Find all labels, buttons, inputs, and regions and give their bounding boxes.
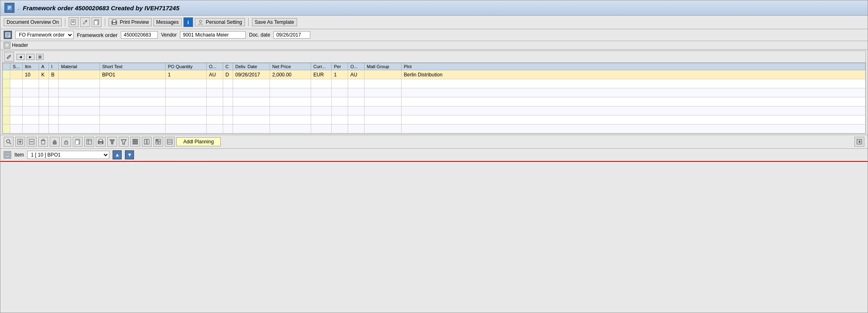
row-itm[interactable] [22,79,39,88]
row-a[interactable] [39,115,48,124]
vendor-field[interactable] [180,31,246,39]
row-short-text[interactable] [99,79,165,88]
row-curr[interactable]: EUR [311,70,331,79]
row-i[interactable] [48,88,58,97]
messages-button[interactable]: Messages [153,18,182,26]
row-material[interactable] [58,106,99,115]
unlock-button[interactable] [61,137,71,147]
row-a[interactable] [39,106,48,115]
table-row[interactable] [3,79,866,88]
table-edit-icon-button[interactable] [4,52,14,62]
row-o[interactable] [206,106,223,115]
row-net-price[interactable] [270,97,311,106]
row-material[interactable] [58,124,99,133]
row-c[interactable] [223,88,233,97]
row-s[interactable] [10,79,23,88]
row-o2[interactable]: AU [348,70,364,79]
row-net-price[interactable] [270,124,311,133]
row-indicator[interactable] [3,79,10,88]
row-short-text[interactable] [99,115,165,124]
list-button[interactable] [165,137,175,147]
filter-set-button[interactable] [107,137,117,147]
table-row[interactable] [3,106,866,115]
copy-button[interactable] [92,17,102,27]
row-s[interactable] [10,70,23,79]
row-net-price[interactable] [270,88,311,97]
row-material[interactable] [58,88,99,97]
row-o[interactable] [206,124,223,133]
search-button[interactable] [4,137,14,147]
new-doc-button[interactable] [69,17,78,27]
row-c[interactable] [223,115,233,124]
row-per[interactable] [331,106,348,115]
row-po-qty[interactable] [165,97,206,106]
row-indicator[interactable] [3,124,10,133]
row-c[interactable] [223,79,233,88]
scroll-right-button[interactable]: ► [26,54,35,60]
row-per[interactable] [331,88,348,97]
order-number-field[interactable] [121,31,158,39]
row-deliv-date[interactable] [233,97,270,106]
row-po-qty[interactable] [165,124,206,133]
row-i[interactable]: B [48,70,58,79]
row-per[interactable] [331,79,348,88]
row-i[interactable] [48,124,58,133]
row-itm[interactable] [22,124,39,133]
copy-rows-button[interactable] [73,137,83,147]
table-row[interactable] [3,115,866,124]
trash-button[interactable] [38,137,48,147]
row-curr[interactable] [311,124,331,133]
row-net-price[interactable] [270,79,311,88]
row-deliv-date[interactable] [233,79,270,88]
row-deliv-date[interactable] [233,124,270,133]
table-settings-button[interactable] [84,137,94,147]
row-short-text[interactable] [99,88,165,97]
row-indicator[interactable] [3,88,10,97]
row-plnt[interactable] [401,106,865,115]
row-i[interactable] [48,115,58,124]
save-as-template-button[interactable]: Save As Template [252,18,297,26]
row-o2[interactable] [348,106,364,115]
table-row[interactable] [3,124,866,133]
row-indicator[interactable] [3,115,10,124]
row-plnt[interactable] [401,79,865,88]
row-matl-group[interactable] [364,106,401,115]
header-section-toggle[interactable]: Header [0,41,868,50]
row-material[interactable] [58,97,99,106]
row-itm[interactable] [22,88,39,97]
row-deliv-date[interactable] [233,115,270,124]
item-nav-down-button[interactable]: ▼ [125,150,134,159]
row-plnt[interactable] [401,97,865,106]
row-s[interactable] [10,115,23,124]
print-preview-button[interactable]: Print Preview [108,18,152,26]
row-short-text[interactable] [99,106,165,115]
row-per[interactable] [331,124,348,133]
row-itm[interactable] [22,115,39,124]
row-o[interactable] [206,88,223,97]
row-o2[interactable] [348,115,364,124]
table-row[interactable] [3,88,866,97]
row-i[interactable] [48,106,58,115]
row-a[interactable] [39,79,48,88]
row-curr[interactable] [311,79,331,88]
row-plnt[interactable] [401,115,865,124]
row-deliv-date[interactable] [233,106,270,115]
table-row[interactable]: 10KBBPO11AUD09/26/20172,000.00EUR1AUBerl… [3,70,866,79]
row-c[interactable] [223,97,233,106]
row-indicator[interactable] [3,106,10,115]
add-row-button[interactable] [15,137,25,147]
row-matl-group[interactable] [364,115,401,124]
row-net-price[interactable] [270,106,311,115]
info-button[interactable]: i [183,17,193,27]
edit-button[interactable] [80,17,90,27]
doc-overview-button[interactable]: Document Overview On [4,18,62,26]
row-o2[interactable] [348,97,364,106]
layout-button[interactable] [130,137,140,147]
row-po-qty[interactable] [165,79,206,88]
row-itm[interactable] [22,97,39,106]
row-material[interactable] [58,70,99,79]
row-curr[interactable] [311,115,331,124]
row-curr[interactable] [311,88,331,97]
row-plnt[interactable] [401,88,865,97]
row-o[interactable]: AU [206,70,223,79]
